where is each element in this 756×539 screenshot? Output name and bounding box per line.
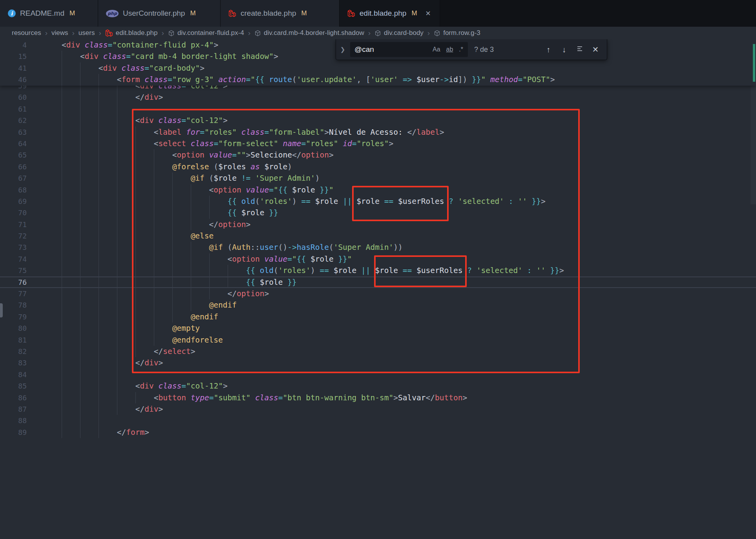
next-match-icon[interactable]: ↓ [558, 45, 570, 54]
previous-match-icon[interactable]: ↑ [542, 45, 554, 54]
code-line-60[interactable]: 60</div> [0, 92, 756, 103]
code-line-77[interactable]: 77</option> [0, 288, 756, 299]
line-content: @endforelse [27, 334, 223, 346]
modified-badge: M [190, 9, 195, 17]
code-line-83[interactable]: 83</div> [0, 357, 756, 368]
breadcrumb-item-views[interactable]: views [51, 29, 68, 37]
line-number[interactable]: 65 [0, 149, 27, 161]
code-line-80[interactable]: 80@empty [0, 323, 756, 334]
code-line-78[interactable]: 78@endif [0, 299, 756, 311]
line-number[interactable]: 80 [0, 323, 27, 334]
code-line-79[interactable]: 79@endif [0, 311, 756, 323]
line-number[interactable]: 71 [0, 219, 27, 230]
code-line-86[interactable]: 86<button type="submit" class="btn btn-w… [0, 392, 756, 403]
code-line-88[interactable]: 88 [0, 415, 756, 426]
line-number[interactable]: 63 [0, 126, 27, 138]
code-line-70[interactable]: 70{{ $role }} [0, 207, 756, 218]
line-number[interactable]: 85 [0, 380, 27, 392]
code-line-41[interactable]: 41<div class="card-body"> [0, 62, 756, 74]
tab-UserController.php[interactable]: phpUserController.phpM [98, 0, 221, 27]
find-input-box[interactable]: Aa ab .* [350, 42, 468, 57]
line-number[interactable]: 68 [0, 184, 27, 196]
line-number[interactable]: 77 [0, 288, 27, 299]
breadcrumb-item-users[interactable]: users [79, 29, 95, 37]
line-number[interactable]: 61 [0, 103, 27, 115]
line-number[interactable]: 74 [0, 253, 27, 265]
line-number[interactable]: 86 [0, 392, 27, 403]
code-line-74[interactable]: 74<option value="{{ $role }}" [0, 253, 756, 265]
line-number[interactable]: 70 [0, 207, 27, 218]
code-line-84[interactable]: 84 [0, 369, 756, 380]
code-line-66[interactable]: 66@forelse ($roles as $role) [0, 161, 756, 172]
code-line-63[interactable]: 63<label for="roles" class="form-label">… [0, 126, 756, 138]
close-tab-icon[interactable]: ✕ [425, 9, 431, 18]
code-line-71[interactable]: 71</option> [0, 219, 756, 230]
breadcrumb-item-resources[interactable]: resources [12, 29, 41, 37]
code-line-76[interactable]: 76{{ $role }} [0, 277, 756, 288]
line-number[interactable]: 60 [0, 92, 27, 103]
line-number[interactable]: 66 [0, 161, 27, 172]
line-number[interactable]: 73 [0, 242, 27, 253]
code-line-81[interactable]: 81@endforelse [0, 334, 756, 346]
breadcrumb-separator-icon: › [248, 29, 250, 37]
editor-pane[interactable]: 59<div class="col-12">60</div>6162<div c… [0, 39, 756, 539]
line-number[interactable]: 76 [0, 277, 27, 288]
line-number[interactable]: 78 [0, 299, 27, 311]
line-number[interactable]: 81 [0, 334, 27, 346]
line-number[interactable]: 89 [0, 427, 27, 438]
code-line-67[interactable]: 67@if ($role != 'Super Admin') [0, 172, 756, 184]
left-edge-handle[interactable] [0, 303, 3, 317]
code-line-72[interactable]: 72@else [0, 230, 756, 242]
code-line-85[interactable]: 85<div class="col-12"> [0, 380, 756, 392]
code-line-46[interactable]: 46<form class="row g-3" action="{{ route… [0, 74, 756, 85]
code-line-61[interactable]: 61 [0, 103, 756, 115]
line-content: {{ old('roles') == $role || $role == $us… [27, 196, 546, 207]
line-number[interactable]: 46 [0, 74, 27, 85]
code-line-82[interactable]: 82</select> [0, 346, 756, 357]
find-in-selection-icon[interactable] [574, 45, 586, 55]
line-number[interactable]: 79 [0, 311, 27, 323]
close-find-icon[interactable]: ✕ [590, 45, 601, 54]
toggle-replace-chevron-icon[interactable]: ❯ [339, 46, 346, 53]
breadcrumb-item-div.container-fluid.px-4[interactable]: div.container-fluid.px-4 [168, 29, 244, 37]
code-line-62[interactable]: 62<div class="col-12"> [0, 115, 756, 126]
find-input[interactable] [354, 45, 428, 54]
tab-create.blade.php[interactable]: create.blade.phpM [221, 0, 340, 27]
code-line-65[interactable]: 65<option value="">Selecione</option> [0, 149, 756, 161]
code-line-89[interactable]: 89</form> [0, 427, 756, 438]
line-number[interactable]: 64 [0, 138, 27, 149]
regex-icon[interactable]: .* [458, 46, 464, 53]
line-number[interactable]: 87 [0, 403, 27, 415]
tab-README.md[interactable]: iREADME.mdM [0, 0, 98, 27]
breadcrumb-separator-icon: › [45, 29, 47, 37]
line-number[interactable]: 82 [0, 346, 27, 357]
whole-word-icon[interactable]: ab [445, 46, 455, 53]
breadcrumb-item-div.card.mb-4.border-light.shadow[interactable]: div.card.mb-4.border-light.shadow [254, 29, 364, 37]
line-number[interactable]: 83 [0, 357, 27, 368]
line-number[interactable]: 62 [0, 115, 27, 126]
breadcrumb-separator-icon: › [99, 29, 101, 37]
breadcrumb-separator-icon: › [72, 29, 74, 37]
code-line-87[interactable]: 87</div> [0, 403, 756, 415]
line-number[interactable]: 88 [0, 415, 27, 426]
line-number[interactable]: 69 [0, 196, 27, 207]
line-number[interactable]: 75 [0, 265, 27, 276]
code-line-75[interactable]: 75{{ old('roles') == $role || $role == $… [0, 265, 756, 276]
line-number[interactable]: 72 [0, 230, 27, 242]
match-case-icon[interactable]: Aa [431, 46, 442, 53]
tab-edit.blade.php[interactable]: edit.blade.phpM✕ [340, 0, 440, 27]
breadcrumb-item-edit.blade.php[interactable]: edit.blade.php [105, 29, 158, 37]
line-number[interactable]: 41 [0, 62, 27, 74]
code-line-73[interactable]: 73@if (Auth::user()->hasRole('Super Admi… [0, 242, 756, 253]
line-number[interactable]: 4 [0, 39, 27, 51]
code-line-64[interactable]: 64<select class="form-select" name="role… [0, 138, 756, 149]
line-number[interactable]: 15 [0, 51, 27, 62]
code-line-69[interactable]: 69{{ old('roles') == $role || $role == $… [0, 196, 756, 207]
breadcrumb-item-form.row.g-3[interactable]: form.row.g-3 [434, 29, 480, 37]
line-number[interactable]: 67 [0, 172, 27, 184]
breadcrumb-item-div.card-body[interactable]: div.card-body [374, 29, 424, 37]
line-content: <div class="col-12"> [27, 380, 228, 392]
breadcrumb: resources›views›users›edit.blade.php›div… [0, 27, 756, 39]
line-number[interactable]: 84 [0, 369, 27, 380]
code-line-68[interactable]: 68<option value="{{ $role }}" [0, 184, 756, 196]
